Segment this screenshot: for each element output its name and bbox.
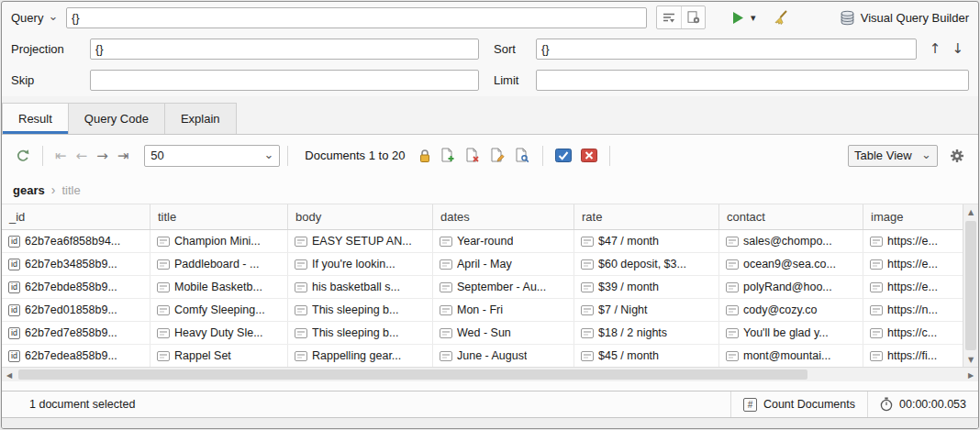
scroll-up-icon[interactable]: ▲	[963, 204, 978, 219]
cell-contact[interactable]: ocean9@sea.co...	[719, 253, 863, 275]
cell-id[interactable]: id62b7ea6f858b94...	[2, 230, 150, 252]
cell-title[interactable]: Heavy Duty Sle...	[150, 322, 288, 344]
clear-query-button[interactable]	[773, 10, 788, 26]
last-page-button[interactable]: ⇥	[113, 148, 134, 164]
cell-rate[interactable]: $39 / month	[574, 276, 719, 298]
cell-dates[interactable]: April - May	[433, 253, 574, 275]
vertical-scrollbar-thumb[interactable]	[965, 221, 976, 350]
string-type-icon	[870, 282, 883, 292]
cell-contact[interactable]: sales@chompo...	[719, 230, 863, 252]
cell-title[interactable]: Rappel Set	[150, 345, 288, 367]
column-header-image[interactable]: image	[863, 204, 963, 229]
cell-rate[interactable]: $60 deposit, $3...	[574, 253, 719, 275]
query-input[interactable]	[66, 7, 647, 28]
scroll-left-icon[interactable]: ◀	[2, 368, 17, 382]
cell-title[interactable]: Comfy Sleeping...	[150, 299, 288, 321]
cell-id[interactable]: id62b7ed7e858b9...	[2, 322, 150, 344]
projection-input[interactable]	[90, 39, 479, 60]
tab-explain[interactable]: Explain	[164, 103, 237, 134]
cell-rate[interactable]: $47 / month	[574, 230, 719, 252]
column-header-body[interactable]: body	[288, 204, 433, 229]
cell-title[interactable]: Paddleboard - ...	[150, 253, 288, 275]
cell-text: ocean9@sea.co...	[743, 258, 836, 270]
add-document-button[interactable]	[436, 148, 461, 163]
remove-document-button[interactable]	[461, 148, 485, 163]
cell-dates[interactable]: June - August	[433, 345, 574, 367]
lock-toggle-button[interactable]	[414, 149, 436, 163]
cell-image[interactable]: https://e...	[863, 276, 963, 298]
scrollbar-track[interactable]	[807, 368, 963, 381]
column-header-dates[interactable]: dates	[433, 204, 574, 229]
query-fields-button[interactable]	[657, 6, 681, 28]
cell-contact[interactable]: polyRand@hoo...	[719, 276, 863, 298]
horizontal-scrollbar[interactable]: ◀ ▶	[2, 367, 978, 381]
table-row[interactable]: id62b7ed01858b9... Comfy Sleeping... Thi…	[2, 299, 963, 322]
cell-body[interactable]: This sleeping b...	[288, 322, 433, 344]
cell-title[interactable]: Mobile Basketb...	[150, 276, 288, 298]
previous-page-button[interactable]: ←	[72, 148, 93, 164]
discard-changes-button[interactable]	[576, 149, 602, 162]
cell-dates[interactable]: Year-round	[433, 230, 574, 252]
cell-image[interactable]: https://n...	[863, 299, 963, 321]
page-size-dropdown[interactable]: 50 ⌄	[144, 145, 280, 167]
tab-query-code[interactable]: Query Code	[68, 103, 165, 134]
cell-title[interactable]: Champion Mini...	[150, 230, 288, 252]
first-page-button[interactable]: ⇤	[50, 148, 72, 164]
settings-button[interactable]	[945, 149, 969, 163]
column-header-rate[interactable]: rate	[574, 204, 719, 229]
cell-id[interactable]: id62b7ed01858b9...	[2, 299, 150, 321]
apply-changes-button[interactable]	[551, 149, 576, 162]
cell-rate[interactable]: $18 / 2 nights	[574, 322, 719, 344]
table-row[interactable]: id62b7ebde858b9... Mobile Basketb... his…	[2, 276, 963, 299]
column-header-contact[interactable]: contact	[719, 204, 863, 229]
table-row[interactable]: id62b7ed7e858b9... Heavy Duty Sle... Thi…	[2, 322, 963, 345]
cell-id[interactable]: id62b7eb34858b9...	[2, 253, 150, 275]
cell-contact[interactable]: You'll be glad y...	[719, 322, 863, 344]
cell-contact[interactable]: mont@mountai...	[719, 345, 863, 367]
sort-descending-button[interactable]: ↓	[946, 40, 969, 57]
cell-dates[interactable]: Mon - Fri	[433, 299, 574, 321]
cell-image[interactable]: https://fi...	[863, 345, 963, 367]
sort-ascending-button[interactable]: ↑	[924, 40, 947, 57]
cell-image[interactable]: https://e...	[863, 253, 963, 275]
limit-input[interactable]	[536, 70, 969, 91]
scroll-down-icon[interactable]: ▼	[963, 352, 978, 367]
run-query-button[interactable]	[731, 11, 745, 25]
cell-body[interactable]: This sleeping b...	[288, 299, 433, 321]
count-documents-button[interactable]: # Count Documents	[730, 391, 867, 417]
cell-body[interactable]: Rappelling gear...	[288, 345, 433, 367]
query-mode-dropdown[interactable]: Query ⌄	[11, 11, 66, 25]
table-row[interactable]: id62b7edea858b9... Rappel Set Rappelling…	[2, 345, 963, 367]
refresh-button[interactable]	[11, 149, 35, 163]
view-document-button[interactable]	[510, 148, 535, 163]
horizontal-scrollbar-thumb[interactable]	[18, 369, 807, 380]
cell-dates[interactable]: Wed - Sun	[433, 322, 574, 344]
cell-image[interactable]: https://c...	[863, 322, 963, 344]
skip-input[interactable]	[90, 70, 479, 91]
cell-id[interactable]: id62b7ebde858b9...	[2, 276, 150, 298]
sort-input[interactable]	[536, 39, 917, 60]
cell-body[interactable]: EASY SETUP AN...	[288, 230, 433, 252]
cell-rate[interactable]: $45 / month	[574, 345, 719, 367]
visual-query-builder-button[interactable]: Visual Query Builder	[840, 10, 969, 26]
run-options-dropdown-icon[interactable]: ▾	[751, 12, 756, 24]
next-page-button[interactable]: →	[92, 148, 113, 164]
vertical-scrollbar[interactable]: ▲ ▼	[963, 204, 978, 367]
cell-dates[interactable]: September - Au...	[433, 276, 574, 298]
cell-rate[interactable]: $7 / Night	[574, 299, 719, 321]
cell-body[interactable]: his basketball s...	[288, 276, 433, 298]
scroll-right-icon[interactable]: ▶	[963, 368, 978, 382]
tab-result[interactable]: Result	[2, 103, 69, 134]
table-row[interactable]: id62b7eb34858b9... Paddleboard - ... If …	[2, 253, 963, 276]
cell-contact[interactable]: cody@cozy.co	[719, 299, 863, 321]
view-mode-dropdown[interactable]: Table View ⌄	[848, 145, 938, 167]
edit-document-button[interactable]	[485, 148, 510, 163]
cell-body[interactable]: If you're lookin...	[288, 253, 433, 275]
visual-query-builder-label: Visual Query Builder	[861, 11, 969, 25]
column-header-id[interactable]: _id	[2, 204, 150, 229]
cell-id[interactable]: id62b7edea858b9...	[2, 345, 150, 367]
table-row[interactable]: id62b7ea6f858b94... Champion Mini... EAS…	[2, 230, 963, 253]
column-header-title[interactable]: title	[150, 204, 288, 229]
cell-image[interactable]: https://e...	[863, 230, 963, 252]
query-settings-button[interactable]	[681, 6, 705, 28]
